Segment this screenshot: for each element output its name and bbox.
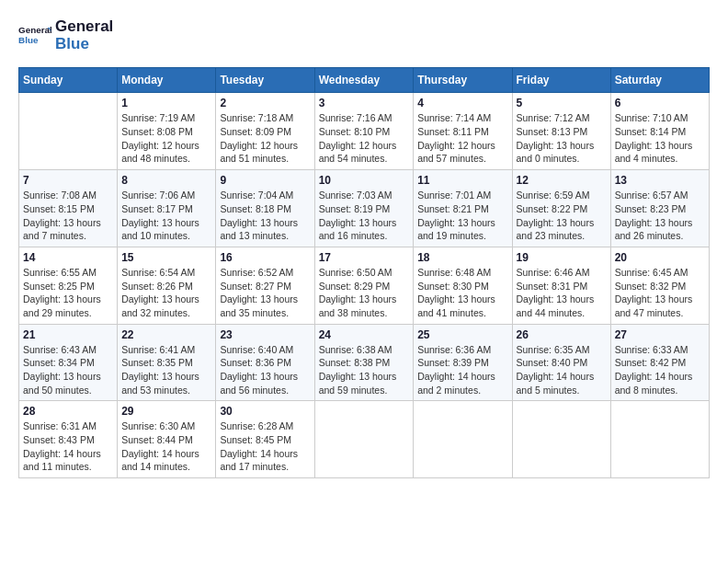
header-day-tuesday: Tuesday	[216, 68, 314, 93]
day-info: Sunrise: 7:18 AM Sunset: 8:09 PM Dayligh…	[220, 111, 310, 166]
day-number: 13	[615, 174, 705, 187]
day-info: Sunrise: 6:33 AM Sunset: 8:42 PM Dayligh…	[615, 343, 705, 397]
calendar-cell: 9Sunrise: 7:04 AM Sunset: 8:18 PM Daylig…	[216, 170, 314, 247]
calendar-cell: 3Sunrise: 7:16 AM Sunset: 8:10 PM Daylig…	[314, 93, 414, 170]
day-number: 24	[319, 328, 410, 341]
calendar-cell	[512, 401, 610, 478]
calendar-cell: 26Sunrise: 6:35 AM Sunset: 8:40 PM Dayli…	[512, 324, 610, 401]
day-info: Sunrise: 6:38 AM Sunset: 8:38 PM Dayligh…	[319, 343, 410, 397]
header-day-saturday: Saturday	[610, 68, 709, 93]
calendar-cell: 30Sunrise: 6:28 AM Sunset: 8:45 PM Dayli…	[216, 401, 314, 478]
day-number: 12	[517, 174, 607, 187]
day-number: 7	[23, 174, 113, 187]
calendar-cell: 19Sunrise: 6:46 AM Sunset: 8:31 PM Dayli…	[512, 247, 610, 324]
week-row-2: 7Sunrise: 7:08 AM Sunset: 8:15 PM Daylig…	[19, 170, 710, 247]
day-number: 21	[23, 328, 113, 341]
day-info: Sunrise: 6:45 AM Sunset: 8:32 PM Dayligh…	[615, 266, 705, 320]
day-info: Sunrise: 6:52 AM Sunset: 8:27 PM Dayligh…	[220, 266, 310, 320]
day-number: 29	[121, 405, 211, 418]
header-row: SundayMondayTuesdayWednesdayThursdayFrid…	[19, 68, 710, 93]
day-info: Sunrise: 6:35 AM Sunset: 8:40 PM Dayligh…	[517, 343, 607, 397]
day-info: Sunrise: 6:48 AM Sunset: 8:30 PM Dayligh…	[417, 266, 507, 320]
header-day-sunday: Sunday	[19, 68, 118, 93]
day-info: Sunrise: 6:31 AM Sunset: 8:43 PM Dayligh…	[23, 419, 113, 474]
week-row-1: 1Sunrise: 7:19 AM Sunset: 8:08 PM Daylig…	[19, 93, 710, 170]
day-info: Sunrise: 7:16 AM Sunset: 8:10 PM Dayligh…	[319, 111, 410, 166]
day-info: Sunrise: 6:36 AM Sunset: 8:39 PM Dayligh…	[417, 343, 507, 397]
calendar-cell: 20Sunrise: 6:45 AM Sunset: 8:32 PM Dayli…	[610, 247, 709, 324]
calendar-cell	[314, 401, 414, 478]
day-info: Sunrise: 6:28 AM Sunset: 8:45 PM Dayligh…	[220, 419, 310, 474]
logo-blue: Blue	[55, 36, 113, 53]
calendar-cell: 24Sunrise: 6:38 AM Sunset: 8:38 PM Dayli…	[314, 324, 414, 401]
day-number: 19	[517, 251, 607, 264]
day-number: 18	[417, 251, 507, 264]
calendar-cell: 15Sunrise: 6:54 AM Sunset: 8:26 PM Dayli…	[118, 247, 216, 324]
day-info: Sunrise: 6:55 AM Sunset: 8:25 PM Dayligh…	[23, 266, 113, 320]
day-info: Sunrise: 6:59 AM Sunset: 8:22 PM Dayligh…	[517, 189, 607, 243]
calendar-cell: 11Sunrise: 7:01 AM Sunset: 8:21 PM Dayli…	[414, 170, 512, 247]
day-info: Sunrise: 7:10 AM Sunset: 8:14 PM Dayligh…	[615, 111, 705, 166]
calendar-cell: 5Sunrise: 7:12 AM Sunset: 8:13 PM Daylig…	[512, 93, 610, 170]
calendar-cell: 28Sunrise: 6:31 AM Sunset: 8:43 PM Dayli…	[19, 401, 118, 478]
calendar-cell: 4Sunrise: 7:14 AM Sunset: 8:11 PM Daylig…	[414, 93, 512, 170]
calendar-cell: 27Sunrise: 6:33 AM Sunset: 8:42 PM Dayli…	[610, 324, 709, 401]
day-info: Sunrise: 6:40 AM Sunset: 8:36 PM Dayligh…	[220, 343, 310, 397]
calendar-cell	[19, 93, 118, 170]
day-number: 30	[220, 405, 310, 418]
day-number: 25	[417, 328, 507, 341]
calendar-table: SundayMondayTuesdayWednesdayThursdayFrid…	[18, 67, 710, 478]
day-number: 28	[23, 405, 113, 418]
day-number: 2	[220, 97, 310, 109]
week-row-4: 21Sunrise: 6:43 AM Sunset: 8:34 PM Dayli…	[19, 324, 710, 401]
day-info: Sunrise: 7:12 AM Sunset: 8:13 PM Dayligh…	[517, 111, 607, 166]
day-number: 9	[220, 174, 310, 187]
calendar-cell	[414, 401, 512, 478]
day-info: Sunrise: 7:03 AM Sunset: 8:19 PM Dayligh…	[319, 189, 410, 243]
svg-text:General: General	[18, 25, 51, 35]
day-info: Sunrise: 7:06 AM Sunset: 8:17 PM Dayligh…	[121, 189, 211, 243]
day-info: Sunrise: 6:54 AM Sunset: 8:26 PM Dayligh…	[121, 266, 211, 320]
week-row-3: 14Sunrise: 6:55 AM Sunset: 8:25 PM Dayli…	[19, 247, 710, 324]
calendar-cell: 13Sunrise: 6:57 AM Sunset: 8:23 PM Dayli…	[610, 170, 709, 247]
day-number: 27	[615, 328, 705, 341]
calendar-cell: 14Sunrise: 6:55 AM Sunset: 8:25 PM Dayli…	[19, 247, 118, 324]
header-day-wednesday: Wednesday	[314, 68, 414, 93]
calendar-cell: 12Sunrise: 6:59 AM Sunset: 8:22 PM Dayli…	[512, 170, 610, 247]
header-day-thursday: Thursday	[414, 68, 512, 93]
calendar-cell: 25Sunrise: 6:36 AM Sunset: 8:39 PM Dayli…	[414, 324, 512, 401]
day-number: 14	[23, 251, 113, 264]
calendar-cell: 8Sunrise: 7:06 AM Sunset: 8:17 PM Daylig…	[118, 170, 216, 247]
day-info: Sunrise: 7:14 AM Sunset: 8:11 PM Dayligh…	[417, 111, 507, 166]
day-info: Sunrise: 6:41 AM Sunset: 8:35 PM Dayligh…	[121, 343, 211, 397]
calendar-cell: 1Sunrise: 7:19 AM Sunset: 8:08 PM Daylig…	[118, 93, 216, 170]
calendar-cell: 10Sunrise: 7:03 AM Sunset: 8:19 PM Dayli…	[314, 170, 414, 247]
day-number: 8	[121, 174, 211, 187]
calendar-cell: 2Sunrise: 7:18 AM Sunset: 8:09 PM Daylig…	[216, 93, 314, 170]
week-row-5: 28Sunrise: 6:31 AM Sunset: 8:43 PM Dayli…	[19, 401, 710, 478]
day-number: 6	[615, 97, 705, 109]
logo-general: General	[55, 18, 113, 36]
day-info: Sunrise: 6:46 AM Sunset: 8:31 PM Dayligh…	[517, 266, 607, 320]
day-number: 16	[220, 251, 310, 264]
day-number: 11	[417, 174, 507, 187]
calendar-cell: 7Sunrise: 7:08 AM Sunset: 8:15 PM Daylig…	[19, 170, 118, 247]
calendar-cell	[610, 401, 709, 478]
day-number: 15	[121, 251, 211, 264]
header-day-friday: Friday	[512, 68, 610, 93]
day-number: 1	[121, 97, 211, 109]
day-number: 20	[615, 251, 705, 264]
calendar-cell: 6Sunrise: 7:10 AM Sunset: 8:14 PM Daylig…	[610, 93, 709, 170]
calendar-cell: 16Sunrise: 6:52 AM Sunset: 8:27 PM Dayli…	[216, 247, 314, 324]
day-number: 23	[220, 328, 310, 341]
calendar-cell: 18Sunrise: 6:48 AM Sunset: 8:30 PM Dayli…	[414, 247, 512, 324]
day-number: 4	[417, 97, 507, 109]
logo-svg: General Blue	[18, 19, 51, 52]
day-info: Sunrise: 7:04 AM Sunset: 8:18 PM Dayligh…	[220, 189, 310, 243]
header-day-monday: Monday	[118, 68, 216, 93]
calendar-cell: 23Sunrise: 6:40 AM Sunset: 8:36 PM Dayli…	[216, 324, 314, 401]
day-info: Sunrise: 6:57 AM Sunset: 8:23 PM Dayligh…	[615, 189, 705, 243]
calendar-cell: 17Sunrise: 6:50 AM Sunset: 8:29 PM Dayli…	[314, 247, 414, 324]
day-number: 3	[319, 97, 410, 109]
calendar-cell: 22Sunrise: 6:41 AM Sunset: 8:35 PM Dayli…	[118, 324, 216, 401]
